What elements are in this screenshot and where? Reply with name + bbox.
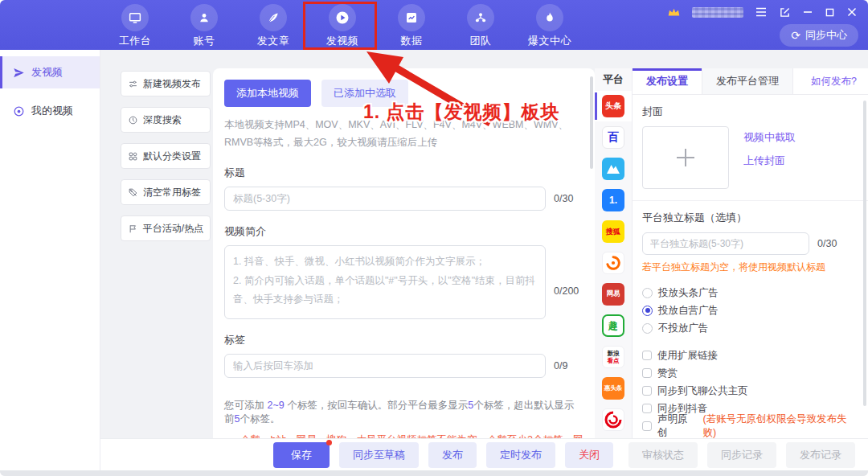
action-label: 深度搜索: [143, 113, 182, 127]
flag-icon: [128, 224, 138, 234]
radio-self-operated-ads[interactable]: 投放自营广告: [642, 302, 858, 319]
sync-options-group: 使用扩展链接 赞赏 同步到飞聊公共主页 同步到抖音: [642, 347, 858, 435]
maximize-icon[interactable]: [825, 8, 834, 17]
compose-icon[interactable]: [780, 7, 790, 18]
sync-center-button[interactable]: ⟳ 同步中心: [780, 24, 858, 47]
sidebar-item-label: 我的视频: [31, 104, 73, 118]
nav-item-data[interactable]: 数据: [379, 4, 444, 48]
pick-from-added-button[interactable]: 已添加中选取: [321, 80, 408, 107]
sync-record-button[interactable]: 同步记录: [707, 442, 776, 468]
publish-button[interactable]: 发布: [428, 442, 477, 468]
sidebar-item-my-videos[interactable]: 我的视频: [0, 95, 100, 127]
window-controls: [755, 7, 857, 18]
app-window: 工作台 账号 发文章 发视频: [0, 0, 868, 476]
settings-scrollbar[interactable]: [863, 101, 866, 406]
platform-sohu[interactable]: 搜狐: [595, 216, 632, 247]
radio-icon-selected: [642, 306, 653, 316]
platform-baijiahao[interactable]: 百: [595, 122, 632, 153]
cover-upload-box[interactable]: [642, 126, 729, 189]
platform-kuaichuan[interactable]: [595, 248, 632, 278]
upload-cover-link[interactable]: 上传封面: [743, 154, 796, 168]
title-counter: 0/30: [554, 193, 573, 204]
default-category-settings-button[interactable]: 默认分类设置: [121, 143, 211, 169]
platform-strip-header: 平台: [595, 68, 632, 91]
nav-label: 账号: [194, 34, 215, 48]
how-to-publish-link[interactable]: 如何发布?: [811, 75, 868, 88]
upload-format-hint: 本地视频支持MP4、MOV、MKV、AVI、FLV、F4V、M4V、WEBM、W…: [224, 117, 588, 152]
action-label: 新建视频发布: [143, 77, 201, 91]
new-video-publish-button[interactable]: 新建视频发布: [121, 71, 211, 96]
checkbox-declare-original[interactable]: 声明原创 (若账号无原创权限会导致发布失败): [642, 417, 858, 435]
platform-strip: 平台 头条 百 1. 搜狐 网易 趣 新浪看点 惠头条: [595, 68, 633, 438]
platform-huitoutiao[interactable]: 惠头条: [595, 373, 632, 404]
title-input[interactable]: [224, 187, 546, 211]
nav-item-hot-articles[interactable]: 爆文中心: [518, 4, 582, 48]
nav-item-account[interactable]: 账号: [172, 4, 236, 48]
checkbox-appreciation[interactable]: 赞赏: [642, 364, 858, 382]
close-icon[interactable]: [847, 7, 857, 17]
nav-item-team[interactable]: 团队: [448, 4, 513, 48]
sync-to-draft-button[interactable]: 同步至草稿: [339, 442, 419, 468]
checkbox-icon: [642, 421, 652, 431]
grid-icon: [128, 151, 138, 162]
checkbox-icon: [642, 351, 652, 360]
qutoutiao-icon: 趣: [602, 314, 624, 337]
sidebar-item-publish-video[interactable]: 发视频: [0, 56, 100, 88]
clock-icon: [128, 115, 138, 125]
tab-publish-settings[interactable]: 发布设置: [633, 68, 702, 94]
platform-dayu[interactable]: [595, 154, 632, 184]
checkbox-icon: [642, 368, 652, 378]
wangyi-icon: 网易: [602, 283, 624, 306]
minimize-icon[interactable]: [803, 7, 813, 17]
toutiao-icon: 头条: [602, 95, 624, 117]
independent-title-input[interactable]: [642, 232, 809, 255]
platform-wangyi[interactable]: 网易: [595, 279, 632, 310]
platform-xinlang-kandian[interactable]: 新浪看点: [595, 342, 632, 372]
ad-options-group: 投放头条广告 投放自营广告 不投放广告: [642, 284, 858, 337]
play-icon: [329, 4, 356, 31]
checkbox-extended-link[interactable]: 使用扩展链接: [642, 347, 858, 364]
platform-yidianzixun[interactable]: 1.: [595, 185, 632, 215]
huitoutiao-icon: 惠头条: [602, 377, 624, 400]
action-label: 清空常用标签: [143, 186, 201, 199]
platform-activity-button[interactable]: 平台活动/热点: [121, 215, 211, 241]
clear-common-tags-button[interactable]: 清空常用标签: [121, 179, 211, 205]
nav-label: 工作台: [119, 34, 152, 48]
video-form-card: 添加本地视频 已添加中选取 本地视频支持MP4、MOV、MKV、AVI、FLV、…: [213, 68, 595, 438]
action-label: 平台活动/热点: [143, 222, 203, 236]
description-textarea[interactable]: [224, 245, 546, 319]
settings-tabs: 发布设置 发布平台管理 如何发布?: [633, 68, 868, 95]
platform-qutoutiao[interactable]: 趣: [595, 310, 632, 341]
nav-item-publish-video[interactable]: 发视频: [310, 4, 375, 48]
add-local-video-button[interactable]: 添加本地视频: [224, 80, 311, 107]
radio-toutiao-ads[interactable]: 投放头条广告: [642, 284, 858, 302]
action-label: 默认分类设置: [143, 150, 201, 163]
nav-label: 发视频: [326, 34, 359, 48]
nav-item-publish-article[interactable]: 发文章: [241, 4, 305, 48]
fenghuang-icon: [602, 408, 624, 431]
platform-toutiao[interactable]: 头条: [595, 91, 632, 121]
tags-input[interactable]: [224, 354, 546, 378]
description-label: 视频简介: [224, 224, 583, 239]
form-scrollbar[interactable]: [590, 76, 593, 169]
platform-fenghuang[interactable]: [595, 404, 632, 435]
feather-icon: [260, 4, 287, 31]
sliders-icon: [128, 79, 138, 89]
quick-actions-column: 新建视频发布 深度搜索 默认分类设置 清空常用标签 平台活动/热点: [121, 71, 211, 241]
nav-item-workbench[interactable]: 工作台: [103, 4, 167, 48]
deep-search-button[interactable]: 深度搜索: [121, 107, 211, 133]
radio-no-ads[interactable]: 不投放广告: [642, 319, 858, 337]
checkbox-sync-feiliao[interactable]: 同步到飞聊公共主页: [642, 382, 858, 400]
menu-icon[interactable]: [755, 7, 767, 17]
tab-platform-management[interactable]: 发布平台管理: [702, 68, 793, 94]
schedule-publish-button[interactable]: 定时发布: [486, 442, 555, 468]
close-button[interactable]: 关闭: [565, 442, 613, 468]
review-status-button[interactable]: 审核状态: [628, 442, 698, 468]
publish-record-button[interactable]: 发布记录: [786, 442, 855, 468]
original-warning-note: (若账号无原创权限会导致发布失败): [702, 412, 858, 438]
capture-from-video-link[interactable]: 视频中截取: [743, 130, 796, 145]
publish-settings-panel: 发布设置 发布平台管理 如何发布? 封面 视频中截取 上传封面 平台独立标题（选…: [633, 68, 868, 438]
baijiahao-icon: 百: [602, 126, 624, 149]
save-button[interactable]: 保存: [273, 442, 330, 468]
yidianzixun-icon: 1.: [602, 189, 624, 211]
